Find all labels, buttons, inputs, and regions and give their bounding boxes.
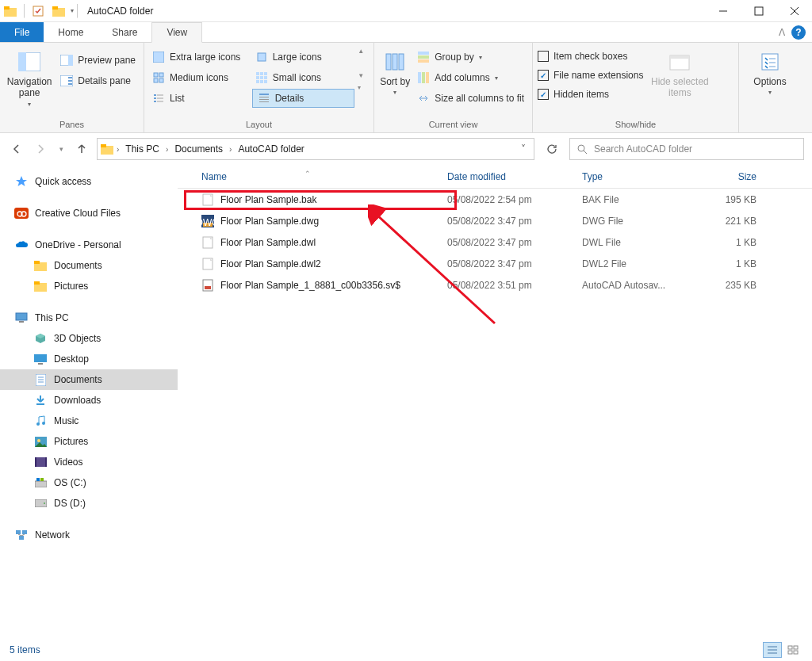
svg-rect-10	[18, 52, 26, 71]
medium-icons-icon	[152, 71, 165, 84]
up-button[interactable]	[73, 140, 90, 158]
column-name[interactable]: Name⌃	[178, 171, 447, 182]
minimize-button[interactable]	[705, 0, 741, 22]
help-icon[interactable]: ?	[791, 25, 806, 40]
collapse-ribbon-icon[interactable]: ᐱ	[779, 27, 785, 38]
sidebar-item-ds-d[interactable]: DS (D:)	[0, 493, 178, 514]
svg-rect-6	[755, 7, 763, 15]
svg-rect-26	[154, 101, 156, 102]
layout-more[interactable]: ▾	[358, 84, 369, 91]
sidebar-item-documents[interactable]: Documents	[0, 369, 178, 390]
svg-rect-82	[35, 457, 36, 467]
layout-details[interactable]: Details	[252, 89, 355, 108]
file-extensions-toggle[interactable]: File name extensions	[538, 67, 643, 84]
sidebar-item-music[interactable]: Music	[0, 411, 178, 431]
details-pane-button[interactable]: Details pane	[57, 71, 139, 90]
column-size[interactable]: Size	[701, 171, 772, 182]
chevron-right-icon[interactable]: ›	[164, 145, 170, 154]
tab-home[interactable]: Home	[44, 22, 98, 42]
breadcrumb-documents[interactable]: Documents	[171, 143, 226, 155]
drive-icon	[33, 476, 48, 490]
sidebar-item-od-documents[interactable]: Documents	[0, 255, 178, 276]
sidebar-item-quick-access[interactable]: Quick access	[0, 171, 178, 192]
chevron-down-icon: ▾	[768, 89, 772, 96]
file-type: DWG File	[582, 216, 701, 227]
search-input[interactable]: Search AutoCAD folder	[569, 138, 804, 160]
sidebar-item-3d-objects[interactable]: 3D Objects	[0, 328, 178, 349]
sidebar-item-creative-cloud[interactable]: Creative Cloud Files	[0, 203, 178, 224]
svg-rect-91	[19, 536, 24, 540]
view-details-button[interactable]	[763, 642, 782, 658]
add-columns-button[interactable]: Add columns ▾	[414, 68, 527, 87]
svg-rect-29	[256, 72, 259, 75]
tab-file[interactable]: File	[0, 22, 44, 42]
layout-large[interactable]: Large icons	[252, 48, 355, 67]
layout-scroll-down[interactable]: ▼	[358, 72, 369, 79]
sort-arrow-icon: ⌃	[304, 170, 311, 178]
refresh-button[interactable]	[541, 138, 563, 160]
view-thumbnails-button[interactable]	[783, 642, 802, 658]
svg-point-78	[42, 422, 45, 425]
sidebar-item-onedrive[interactable]: OneDrive - Personal	[0, 235, 178, 255]
layout-small[interactable]: Small icons	[252, 68, 355, 87]
sidebar-item-pictures[interactable]: Pictures	[0, 431, 178, 452]
column-type[interactable]: Type	[582, 171, 701, 182]
sort-by-button[interactable]: Sort by ▾	[379, 46, 411, 96]
options-button[interactable]: Options ▾	[746, 46, 794, 96]
properties-icon[interactable]	[31, 4, 45, 18]
tab-share[interactable]: Share	[98, 22, 151, 42]
hide-selected-button[interactable]: Hide selected items	[646, 46, 713, 99]
layout-scroll-up[interactable]: ▲	[358, 48, 369, 55]
folder-icon	[33, 258, 48, 273]
qat-dropdown-icon[interactable]: ▾	[71, 7, 74, 14]
chevron-down-icon: ▾	[28, 101, 31, 108]
layout-extra-large[interactable]: Extra large icons	[149, 48, 252, 67]
desktop-icon	[33, 352, 48, 366]
small-icons-icon	[255, 71, 268, 84]
file-size: 1 KB	[701, 237, 772, 248]
svg-rect-40	[259, 99, 269, 100]
column-headers: Name⌃ Date modified Type Size	[178, 165, 812, 189]
breadcrumb[interactable]: › This PC › Documents › AutoCAD folder ˅	[97, 138, 534, 160]
extra-large-icons-icon	[152, 51, 165, 63]
navigation-pane-button[interactable]: Navigation pane ▾	[5, 46, 54, 108]
hidden-items-toggle[interactable]: Hidden items	[538, 86, 643, 103]
preview-pane-button[interactable]: Preview pane	[57, 51, 139, 70]
size-columns-button[interactable]: Size all columns to fit	[414, 89, 527, 108]
forward-button[interactable]	[32, 140, 49, 158]
3d-objects-icon	[33, 331, 48, 346]
maximize-button[interactable]	[741, 0, 776, 22]
breadcrumb-this-pc[interactable]: This PC	[122, 143, 163, 155]
file-icon	[201, 279, 214, 292]
group-by-button[interactable]: Group by ▾	[414, 48, 527, 67]
sidebar-item-os-c[interactable]: OS (C:)	[0, 472, 178, 493]
folder-icon-small[interactable]	[52, 4, 66, 18]
sidebar-item-videos[interactable]: Videos	[0, 452, 178, 472]
close-button[interactable]	[776, 0, 812, 22]
file-list: Name⌃ Date modified Type Size Floor Plan…	[178, 165, 812, 642]
sort-icon	[382, 49, 408, 75]
layout-medium[interactable]: Medium icons	[149, 68, 252, 87]
item-check-boxes-toggle[interactable]: Item check boxes	[538, 48, 643, 65]
sidebar-item-od-pictures[interactable]: Pictures	[0, 276, 178, 296]
layout-list[interactable]: List	[149, 89, 252, 108]
svg-rect-90	[22, 530, 27, 534]
network-icon	[14, 528, 29, 542]
chevron-right-icon[interactable]: ›	[228, 145, 233, 154]
sidebar-item-desktop[interactable]: Desktop	[0, 349, 178, 369]
breadcrumb-folder[interactable]: AutoCAD folder	[235, 143, 307, 155]
breadcrumb-dropdown[interactable]: ˅	[516, 143, 530, 155]
sidebar-item-this-pc[interactable]: This PC	[0, 308, 178, 328]
svg-rect-58	[101, 144, 106, 147]
svg-rect-89	[16, 530, 21, 534]
sidebar-item-network[interactable]: Network	[0, 525, 178, 545]
tab-view[interactable]: View	[151, 22, 202, 43]
column-date[interactable]: Date modified	[447, 171, 582, 182]
svg-rect-70	[34, 354, 47, 362]
chevron-right-icon[interactable]: ›	[115, 145, 121, 154]
recent-locations-button[interactable]: ▾	[56, 140, 67, 158]
sidebar-item-downloads[interactable]: Downloads	[0, 390, 178, 411]
svg-rect-46	[418, 55, 429, 59]
back-button[interactable]	[8, 140, 25, 158]
title-bar: ▾ AutoCAD folder	[0, 0, 812, 22]
